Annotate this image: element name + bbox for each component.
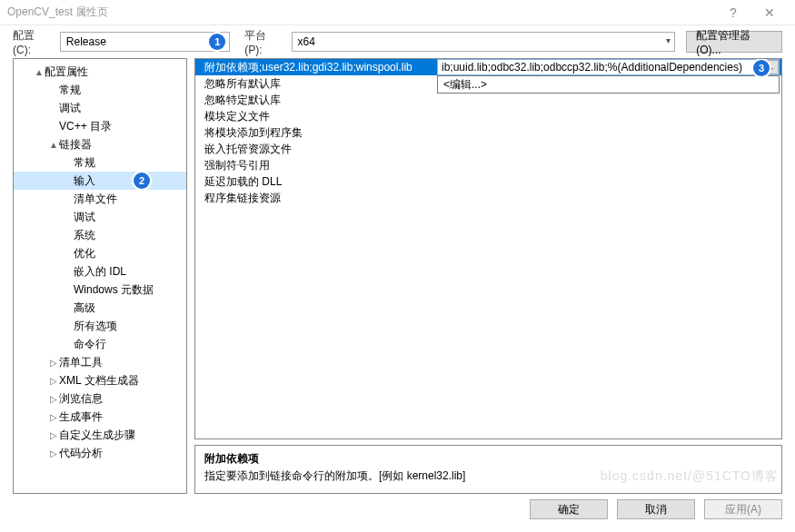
close-icon[interactable]: ✕ [751,5,788,20]
tree-label: 清单工具 [59,355,103,370]
tree-item[interactable]: 常规 [14,153,186,172]
config-manager-button[interactable]: 配置管理器(O)... [686,31,782,53]
tree-item[interactable]: 优化 [14,244,186,262]
badge-2: 2 [134,172,150,189]
tree-item[interactable]: ▷生成事件 [14,408,186,426]
config-value: Release [66,35,106,48]
tree-label: 代码分析 [59,446,103,461]
tree-item[interactable]: ▷自定义生成步骤 [14,426,186,444]
grid-row[interactable]: 延迟加载的 DLL [195,173,781,190]
tree-pane: ▲配置属性常规调试VC++ 目录▲链接器常规输入2清单文件调试系统优化嵌入的 I… [13,58,187,494]
tree-label: 所有选项 [74,319,117,334]
tree-item[interactable]: Windows 元数据 [14,281,186,299]
tree-expander-icon[interactable]: ▲ [48,140,59,150]
tree-label: XML 文档生成器 [59,373,139,389]
tree-label: 常规 [74,155,95,171]
grid-value-input[interactable]: ib;uuid.lib;odbc32.lib;odbccp32.lib;%(Ad… [438,61,764,74]
platform-value: x64 [298,35,315,48]
tree-label: 高级 [74,300,95,316]
toolbar: 配置(C): Release ▾ 1 平台(P): x64 ▾ 配置管理器(O)… [0,25,795,58]
tree-item[interactable]: 系统 [14,226,186,244]
grid-row[interactable]: 模块定义文件 [195,108,781,124]
grid-row[interactable]: 嵌入托管资源文件 [195,141,781,157]
apply-button[interactable]: 应用(A) [704,499,782,519]
tree-item[interactable]: ▲配置属性 [14,63,186,81]
tree-item[interactable]: VC++ 目录 [14,117,186,135]
platform-label: 平台(P): [244,28,283,56]
platform-select[interactable]: x64 ▾ [292,32,676,52]
config-manager-label: 配置管理器(O)... [696,28,772,56]
titlebar: OpenCV_test 属性页 ? ✕ [0,0,795,25]
help-icon[interactable]: ? [715,5,751,20]
tree-item[interactable]: ▷清单工具 [14,353,186,371]
tree-expander-icon[interactable]: ▷ [48,430,59,440]
chevron-down-icon: ▾ [666,35,671,45]
tree-item[interactable]: ▷XML 文档生成器 [14,371,186,389]
grid-row[interactable]: 程序集链接资源 [195,190,781,206]
grid-row-name: 程序集链接资源 [195,191,428,206]
tree-label: 清单文件 [74,192,117,207]
tree-label: 输入 [74,173,95,189]
tree-label: 调试 [59,101,81,116]
tree-expander-icon[interactable]: ▷ [48,358,59,368]
property-grid: 附加依赖项;user32.lib;gdi32.lib;winspool.lib忽… [194,58,782,439]
tree-label: VC++ 目录 [59,119,112,134]
tree-label: 优化 [74,246,95,261]
tree-label: 常规 [59,83,81,98]
tree-item[interactable]: 高级 [14,299,186,317]
config-select[interactable]: Release ▾ 1 [60,32,230,52]
tree-label: 配置属性 [45,64,88,80]
tree-label: 嵌入的 IDL [74,264,126,280]
tree-expander-icon[interactable]: ▷ [48,448,59,458]
tree-label: 浏览信息 [59,391,103,407]
tree-label: 系统 [74,228,95,243]
grid-row-name: 模块定义文件 [195,109,428,124]
config-label: 配置(C): [13,28,53,56]
dropdown-item-label: <编辑...> [443,77,487,93]
tree-expander-icon[interactable]: ▷ [48,394,59,404]
tree-label: 链接器 [59,137,92,153]
grid-dropdown: <编辑...> [437,75,780,94]
grid-row-name: 延迟加载的 DLL [195,174,428,190]
grid-row-name: 嵌入托管资源文件 [195,142,428,157]
tree-item[interactable]: 所有选项 [14,317,186,335]
grid-value-editor[interactable]: ib;uuid.lib;odbc32.lib;odbccp32.lib;%(Ad… [437,59,780,75]
tree-item[interactable]: ▲链接器 [14,135,186,153]
grid-row-name: 强制符号引用 [195,158,428,173]
dialog-buttons: 确定 取消 应用(A) [0,494,795,525]
badge-3: 3 [753,60,770,76]
description-pane: 附加依赖项 指定要添加到链接命令行的附加项。[例如 kernel32.lib] [194,445,782,494]
tree-item[interactable]: 调试 [14,208,186,226]
grid-row[interactable]: 强制符号引用 [195,157,781,173]
grid-row[interactable]: 将模块添加到程序集 [195,124,781,141]
tree-label: 自定义生成步骤 [59,428,135,443]
grid-row-name: 将模块添加到程序集 [195,125,428,141]
ok-button[interactable]: 确定 [530,499,608,519]
tree-item[interactable]: 输入2 [14,172,186,190]
window-title: OpenCV_test 属性页 [7,5,715,20]
tree-expander-icon[interactable]: ▷ [48,412,59,422]
tree-item[interactable]: 嵌入的 IDL [14,262,186,281]
grid-row-name: 忽略特定默认库 [195,93,428,108]
tree-label: 调试 [74,210,95,225]
tree-label: Windows 元数据 [74,282,154,298]
description-title: 附加依赖项 [204,451,772,467]
content-pane: 附加依赖项;user32.lib;gdi32.lib;winspool.lib忽… [194,58,782,494]
tree-item[interactable]: 常规 [14,81,186,99]
tree-expander-icon[interactable]: ▲ [34,67,45,77]
tree-expander-icon[interactable]: ▷ [48,376,59,386]
dropdown-item-edit[interactable]: <编辑...> [438,76,779,93]
tree-item[interactable]: 命令行 [14,335,186,353]
tree-item[interactable]: ▷代码分析 [14,444,186,462]
tree-item[interactable]: 调试 [14,99,186,117]
badge-1: 1 [209,34,225,50]
grid-row-name: 附加依赖项;user32.lib;gdi32.lib;winspool.lib [195,60,428,75]
cancel-button[interactable]: 取消 [617,499,695,519]
tree-item[interactable]: ▷浏览信息 [14,389,186,408]
grid-row[interactable]: 忽略特定默认库 [195,92,781,108]
tree-item[interactable]: 清单文件 [14,190,186,208]
tree-label: 生成事件 [59,409,103,425]
tree-label: 命令行 [74,337,106,352]
grid-row-name: 忽略所有默认库 [195,76,428,92]
description-body: 指定要添加到链接命令行的附加项。[例如 kernel32.lib] [204,468,772,484]
